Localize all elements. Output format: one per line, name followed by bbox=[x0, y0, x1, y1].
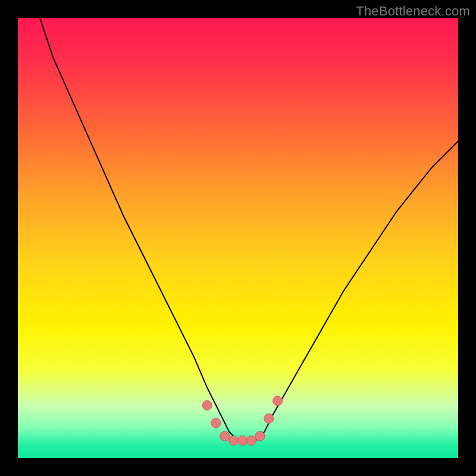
trough-marker bbox=[237, 436, 247, 445]
trough-marker bbox=[202, 400, 212, 410]
curve-layer bbox=[18, 18, 458, 458]
trough-marker bbox=[220, 431, 230, 441]
trough-marker bbox=[273, 396, 283, 406]
trough-marker bbox=[246, 436, 256, 445]
trough-marker bbox=[229, 436, 239, 445]
chart-frame: TheBottleneck.com bbox=[0, 0, 476, 476]
bottleneck-curve bbox=[40, 18, 458, 440]
trough-marker bbox=[264, 414, 274, 423]
plot-area bbox=[18, 18, 458, 458]
trough-marker-group bbox=[202, 396, 282, 446]
trough-marker bbox=[255, 431, 265, 441]
watermark-text: TheBottleneck.com bbox=[356, 4, 470, 19]
trough-marker bbox=[211, 418, 221, 428]
